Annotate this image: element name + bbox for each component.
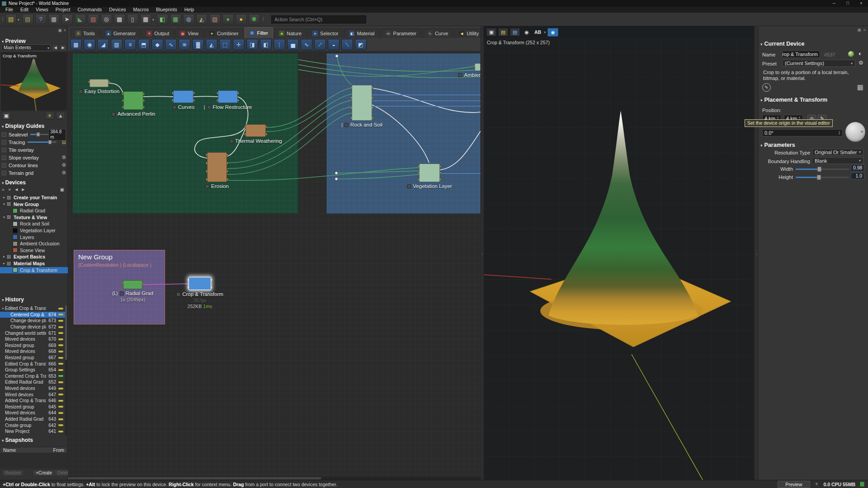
grid-green-icon[interactable]: ▦: [170, 14, 181, 24]
wire[interactable]: [372, 88, 481, 113]
node-enable-checkbox[interactable]: [344, 123, 349, 127]
tab-generator[interactable]: ▲Generator: [101, 28, 141, 38]
history-item[interactable]: Added Radial Grad643: [0, 416, 65, 422]
globe-icon[interactable]: ◍: [183, 14, 194, 24]
group-port[interactable]: [335, 172, 338, 174]
action-search-input[interactable]: Action Search (Ctrl+Q): [271, 15, 366, 23]
guide-checkbox[interactable]: [2, 155, 6, 160]
history-item[interactable]: Create group642: [0, 422, 65, 428]
ab-compare-label[interactable]: AB: [534, 29, 541, 35]
device-name-input[interactable]: Crop & Transform: [782, 51, 820, 58]
preview-device-icon[interactable]: ▣: [2, 112, 11, 119]
wire[interactable]: [337, 56, 352, 85]
filter-device-icon-17[interactable]: ▅: [287, 39, 299, 50]
help-icon[interactable]: ?: [35, 14, 47, 24]
panel-close-icon[interactable]: ×: [64, 28, 66, 33]
yellow-sphere-icon[interactable]: ●: [236, 14, 247, 24]
node-crop-transform[interactable]: [189, 277, 211, 290]
preview-mode-button[interactable]: Preview: [778, 481, 810, 488]
filter-device-icon-21[interactable]: ⟍: [341, 39, 353, 50]
device-tree-item-ambient-occlusion[interactable]: Ambient Occlusion: [0, 240, 68, 247]
history-item[interactable]: New Project641: [0, 428, 65, 435]
viewport-props-splitter[interactable]: ⁞: [754, 26, 759, 480]
history-item[interactable]: Edited Crop & Transform666: [0, 361, 65, 367]
filter-device-icon-1[interactable]: ▩: [70, 39, 82, 50]
node-enable-checkbox[interactable]: [207, 105, 211, 109]
guide-slider[interactable]: [30, 134, 48, 135]
tab-combiner[interactable]: ➤Combiner: [204, 28, 244, 38]
guide-checkbox[interactable]: [2, 132, 6, 137]
filter-device-icon-9[interactable]: ≋: [179, 39, 190, 50]
tree-arrow-icon[interactable]: ▸: [2, 196, 6, 199]
history-item[interactable]: Change device placement673: [0, 318, 65, 324]
guide-checkbox[interactable]: [2, 171, 6, 175]
world-sphere-icon[interactable]: [848, 51, 854, 57]
menu-edit[interactable]: Edit: [17, 7, 32, 13]
tab-filter[interactable]: ▨Filter: [245, 27, 273, 38]
history-item[interactable]: Centered Crop & Transfo...674: [0, 312, 65, 318]
edit-mask-icon[interactable]: ✎: [762, 83, 771, 92]
slider-knob[interactable]: [48, 140, 52, 144]
filter-devices-icon[interactable]: ▣: [60, 187, 64, 192]
restore-snapshot-button[interactable]: Restore: [2, 469, 24, 476]
photo-icon[interactable]: ▨: [88, 14, 99, 24]
graph-hscrollbar[interactable]: [68, 477, 481, 480]
layout-grid-icon[interactable]: ▦▾: [140, 14, 151, 24]
node-ambient-occlusion[interactable]: [475, 63, 481, 71]
gear-icon[interactable]: ⚙: [61, 155, 66, 160]
ab-caret-icon[interactable]: ▾: [544, 30, 546, 34]
green-sphere-icon[interactable]: ●: [222, 14, 234, 24]
history-header[interactable]: History: [2, 296, 24, 303]
filter-device-icon-14[interactable]: ◨: [246, 39, 258, 50]
terrain-view-icon[interactable]: ▲: [56, 112, 65, 119]
node-enable-checkbox[interactable]: [172, 105, 176, 109]
history-item[interactable]: Group Settings654: [0, 367, 65, 373]
filter-device-icon-2[interactable]: ◉: [84, 39, 95, 50]
history-item[interactable]: Resized group667: [0, 355, 65, 361]
layout-b-thumb-icon[interactable]: ▤: [510, 28, 520, 36]
display-guides-header[interactable]: Display Guides: [2, 123, 44, 129]
wire[interactable]: [193, 96, 218, 97]
visibility-eye-icon[interactable]: ◉: [522, 28, 532, 36]
close-button[interactable]: ×: [854, 0, 868, 7]
wire[interactable]: [227, 168, 419, 180]
node-enable-checkbox[interactable]: [176, 292, 180, 296]
tab-material[interactable]: ◧Material: [344, 28, 379, 38]
menu-file[interactable]: File: [2, 7, 17, 13]
tab-view[interactable]: ▣View: [175, 28, 203, 38]
prev-extent-button[interactable]: ◀: [52, 44, 59, 51]
mountain-view-icon[interactable]: ◭: [196, 14, 208, 24]
preview-thumbnail[interactable]: Crop & Transform: [1, 52, 67, 111]
node-easy-distortion[interactable]: [90, 79, 108, 87]
tree-arrow-icon[interactable]: ▸: [2, 262, 6, 265]
tab-utility[interactable]: ◀Utility: [454, 28, 484, 38]
device-tree-item-vegetation-layer[interactable]: Vegetation Layer: [0, 227, 68, 234]
panel-popout-icon[interactable]: ▣: [857, 28, 861, 32]
minimize-button[interactable]: ─: [827, 0, 841, 7]
history-item[interactable]: Edited Radial Grad652: [0, 379, 65, 385]
node-enable-checkbox[interactable]: [229, 139, 233, 143]
tab-parameter[interactable]: ≔Parameter: [381, 28, 421, 38]
history-item[interactable]: Resized group645: [0, 404, 65, 410]
filter-device-icon-5[interactable]: ≡: [124, 39, 136, 50]
tab-nature[interactable]: ♣Nature: [274, 28, 307, 38]
filter-device-icon-7[interactable]: ◆: [151, 39, 163, 50]
settings-gear-icon[interactable]: ☀: [815, 481, 819, 487]
history-item[interactable]: Moved devices649: [0, 385, 65, 392]
wire[interactable]: [440, 131, 481, 170]
guide-checkbox[interactable]: [2, 140, 6, 145]
rotation-dial[interactable]: [845, 122, 865, 142]
history-item[interactable]: Resized group669: [0, 343, 65, 349]
filter-device-icon-19[interactable]: ⟋: [314, 39, 326, 50]
open-file-icon[interactable]: ▤: [22, 14, 33, 24]
gear-icon[interactable]: ⚙: [61, 170, 66, 176]
filter-device-icon-16[interactable]: ⋮: [274, 39, 285, 50]
node-graph-canvas[interactable]: New Group(CustomResolution ) (Localspace…: [68, 52, 481, 480]
resolution-type-select[interactable]: Original Or Smaller: [812, 149, 863, 155]
filter-device-icon-18[interactable]: ∿: [301, 39, 312, 50]
node-rock-and-soil[interactable]: [352, 85, 372, 121]
filter-device-icon-15[interactable]: ◧: [260, 39, 272, 50]
history-arrow-icon[interactable]: ▾: [1, 307, 5, 310]
tree-arrow-icon[interactable]: ▾: [2, 216, 6, 219]
menu-help[interactable]: Help: [181, 7, 198, 13]
